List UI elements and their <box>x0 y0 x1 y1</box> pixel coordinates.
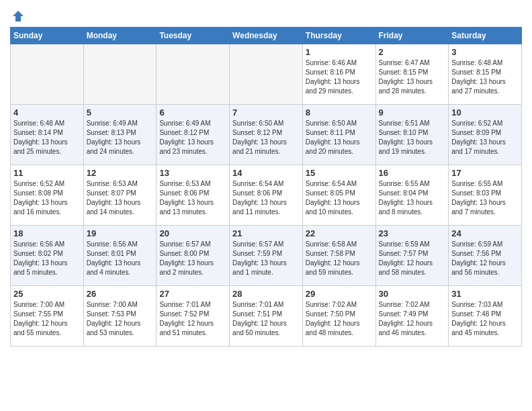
day-info: Sunrise: 7:01 AM Sunset: 7:52 PM Dayligh… <box>159 300 226 338</box>
day-number: 15 <box>306 168 373 178</box>
calendar-cell: 29Sunrise: 7:02 AM Sunset: 7:50 PM Dayli… <box>302 286 375 347</box>
day-number: 10 <box>451 107 519 118</box>
day-number: 27 <box>159 289 226 299</box>
day-info: Sunrise: 7:03 AM Sunset: 7:48 PM Dayligh… <box>451 300 519 338</box>
calendar-cell: 15Sunrise: 6:54 AM Sunset: 8:05 PM Dayli… <box>302 165 375 226</box>
calendar-cell: 14Sunrise: 6:54 AM Sunset: 8:06 PM Dayli… <box>230 165 303 226</box>
calendar-cell <box>230 44 303 105</box>
calendar-cell: 4Sunrise: 6:48 AM Sunset: 8:14 PM Daylig… <box>11 105 84 165</box>
day-info: Sunrise: 6:49 AM Sunset: 8:13 PM Dayligh… <box>87 119 154 156</box>
calendar-week-row: 11Sunrise: 6:52 AM Sunset: 8:08 PM Dayli… <box>11 165 522 226</box>
day-number: 26 <box>87 289 154 299</box>
day-number: 29 <box>306 289 373 299</box>
day-info: Sunrise: 6:50 AM Sunset: 8:11 PM Dayligh… <box>306 119 373 156</box>
day-number: 13 <box>159 168 226 178</box>
calendar-cell <box>83 44 157 105</box>
calendar-cell: 20Sunrise: 6:57 AM Sunset: 8:00 PM Dayli… <box>157 226 230 286</box>
calendar-week-row: 25Sunrise: 7:00 AM Sunset: 7:55 PM Dayli… <box>11 286 522 347</box>
day-info: Sunrise: 7:02 AM Sunset: 7:50 PM Dayligh… <box>306 300 373 338</box>
calendar-cell: 5Sunrise: 6:49 AM Sunset: 8:13 PM Daylig… <box>83 105 157 165</box>
day-info: Sunrise: 6:49 AM Sunset: 8:12 PM Dayligh… <box>159 119 226 156</box>
calendar-cell: 12Sunrise: 6:53 AM Sunset: 8:07 PM Dayli… <box>83 165 157 226</box>
day-info: Sunrise: 6:47 AM Sunset: 8:15 PM Dayligh… <box>379 58 446 96</box>
day-number: 9 <box>379 107 446 118</box>
calendar-cell: 2Sunrise: 6:47 AM Sunset: 8:15 PM Daylig… <box>375 44 449 105</box>
svg-marker-0 <box>13 11 24 21</box>
day-number: 11 <box>13 168 81 178</box>
day-info: Sunrise: 6:52 AM Sunset: 8:09 PM Dayligh… <box>451 119 519 156</box>
day-number: 16 <box>379 168 446 178</box>
day-info: Sunrise: 7:00 AM Sunset: 7:53 PM Dayligh… <box>87 300 154 338</box>
calendar-cell: 21Sunrise: 6:57 AM Sunset: 7:59 PM Dayli… <box>230 226 303 286</box>
day-number: 20 <box>159 228 226 238</box>
day-info: Sunrise: 6:48 AM Sunset: 8:14 PM Dayligh… <box>13 119 81 156</box>
day-info: Sunrise: 6:53 AM Sunset: 8:07 PM Dayligh… <box>87 179 154 217</box>
day-number: 7 <box>232 107 300 118</box>
day-info: Sunrise: 6:56 AM Sunset: 8:02 PM Dayligh… <box>13 240 81 277</box>
day-number: 1 <box>306 47 373 57</box>
day-number: 30 <box>379 289 446 299</box>
col-header-tuesday: Tuesday <box>157 28 230 44</box>
col-header-saturday: Saturday <box>449 28 522 44</box>
day-info: Sunrise: 6:59 AM Sunset: 7:56 PM Dayligh… <box>451 240 519 277</box>
day-info: Sunrise: 6:54 AM Sunset: 8:05 PM Dayligh… <box>306 179 373 217</box>
day-info: Sunrise: 6:55 AM Sunset: 8:04 PM Dayligh… <box>379 179 446 217</box>
day-number: 24 <box>451 228 519 238</box>
day-number: 17 <box>451 168 519 178</box>
day-number: 14 <box>232 168 300 178</box>
calendar-table: SundayMondayTuesdayWednesdayThursdayFrid… <box>10 27 522 347</box>
day-info: Sunrise: 6:52 AM Sunset: 8:08 PM Dayligh… <box>13 179 81 217</box>
logo <box>10 7 25 23</box>
day-number: 22 <box>306 228 373 238</box>
day-number: 6 <box>159 107 226 118</box>
calendar-cell: 24Sunrise: 6:59 AM Sunset: 7:56 PM Dayli… <box>449 226 522 286</box>
calendar-cell <box>11 44 84 105</box>
day-info: Sunrise: 6:57 AM Sunset: 7:59 PM Dayligh… <box>232 240 300 277</box>
day-info: Sunrise: 7:01 AM Sunset: 7:51 PM Dayligh… <box>232 300 300 338</box>
calendar-week-row: 4Sunrise: 6:48 AM Sunset: 8:14 PM Daylig… <box>11 105 522 165</box>
calendar-cell: 22Sunrise: 6:58 AM Sunset: 7:58 PM Dayli… <box>302 226 375 286</box>
calendar-cell: 25Sunrise: 7:00 AM Sunset: 7:55 PM Dayli… <box>11 286 84 347</box>
day-number: 8 <box>306 107 373 118</box>
calendar-cell: 27Sunrise: 7:01 AM Sunset: 7:52 PM Dayli… <box>157 286 230 347</box>
day-number: 2 <box>379 47 446 57</box>
calendar-cell: 8Sunrise: 6:50 AM Sunset: 8:11 PM Daylig… <box>302 105 375 165</box>
calendar-cell: 11Sunrise: 6:52 AM Sunset: 8:08 PM Dayli… <box>11 165 84 226</box>
day-info: Sunrise: 7:02 AM Sunset: 7:49 PM Dayligh… <box>379 300 446 338</box>
day-info: Sunrise: 6:58 AM Sunset: 7:58 PM Dayligh… <box>306 240 373 277</box>
day-number: 18 <box>13 228 81 238</box>
calendar-cell: 7Sunrise: 6:50 AM Sunset: 8:12 PM Daylig… <box>230 105 303 165</box>
calendar-cell: 31Sunrise: 7:03 AM Sunset: 7:48 PM Dayli… <box>449 286 522 347</box>
calendar-cell: 23Sunrise: 6:59 AM Sunset: 7:57 PM Dayli… <box>375 226 449 286</box>
page-header <box>10 7 522 23</box>
day-info: Sunrise: 6:59 AM Sunset: 7:57 PM Dayligh… <box>379 240 446 277</box>
day-number: 21 <box>232 228 300 238</box>
calendar-cell: 10Sunrise: 6:52 AM Sunset: 8:09 PM Dayli… <box>449 105 522 165</box>
day-info: Sunrise: 7:00 AM Sunset: 7:55 PM Dayligh… <box>13 300 81 338</box>
day-number: 4 <box>13 107 81 118</box>
day-number: 25 <box>13 289 81 299</box>
calendar-cell <box>157 44 230 105</box>
day-number: 31 <box>451 289 519 299</box>
col-header-thursday: Thursday <box>302 28 375 44</box>
col-header-monday: Monday <box>83 28 157 44</box>
calendar-cell: 17Sunrise: 6:55 AM Sunset: 8:03 PM Dayli… <box>449 165 522 226</box>
day-number: 12 <box>87 168 154 178</box>
calendar-cell: 6Sunrise: 6:49 AM Sunset: 8:12 PM Daylig… <box>157 105 230 165</box>
day-info: Sunrise: 6:51 AM Sunset: 8:10 PM Dayligh… <box>379 119 446 156</box>
calendar-cell: 19Sunrise: 6:56 AM Sunset: 8:01 PM Dayli… <box>83 226 157 286</box>
day-number: 28 <box>232 289 300 299</box>
day-number: 23 <box>379 228 446 238</box>
col-header-wednesday: Wednesday <box>230 28 303 44</box>
calendar-cell: 9Sunrise: 6:51 AM Sunset: 8:10 PM Daylig… <box>375 105 449 165</box>
day-info: Sunrise: 6:50 AM Sunset: 8:12 PM Dayligh… <box>232 119 300 156</box>
calendar-cell: 26Sunrise: 7:00 AM Sunset: 7:53 PM Dayli… <box>83 286 157 347</box>
col-header-friday: Friday <box>375 28 449 44</box>
day-info: Sunrise: 6:56 AM Sunset: 8:01 PM Dayligh… <box>87 240 154 277</box>
calendar-cell: 18Sunrise: 6:56 AM Sunset: 8:02 PM Dayli… <box>11 226 84 286</box>
col-header-sunday: Sunday <box>11 28 84 44</box>
calendar-week-row: 18Sunrise: 6:56 AM Sunset: 8:02 PM Dayli… <box>11 226 522 286</box>
day-info: Sunrise: 6:48 AM Sunset: 8:15 PM Dayligh… <box>451 58 519 96</box>
day-info: Sunrise: 6:57 AM Sunset: 8:00 PM Dayligh… <box>159 240 226 277</box>
calendar-cell: 30Sunrise: 7:02 AM Sunset: 7:49 PM Dayli… <box>375 286 449 347</box>
